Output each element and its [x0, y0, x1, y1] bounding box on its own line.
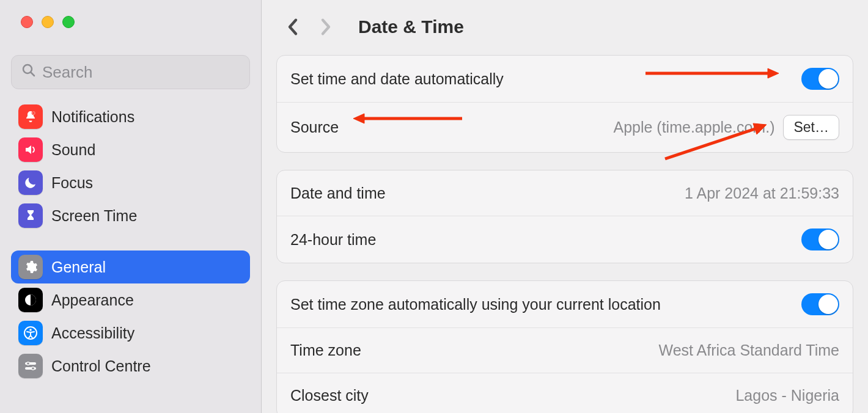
hourglass-icon [18, 203, 43, 228]
search-field[interactable] [11, 55, 250, 89]
sidebar-item-accessibility[interactable]: Accessibility [11, 316, 250, 349]
appearance-icon [18, 288, 43, 312]
nav-back-button[interactable] [281, 15, 304, 38]
card-timezone: Set time zone automatically using your c… [276, 280, 853, 413]
window-minimize-button[interactable] [42, 16, 54, 28]
row-tz-auto: Set time zone automatically using your c… [277, 281, 853, 327]
sidebar-item-focus[interactable]: Focus [11, 166, 250, 199]
sidebar-item-notifications[interactable]: Notifications [11, 100, 250, 133]
sidebar-item-label: Control Centre [51, 357, 243, 375]
content-pane: Date & Time Set time and date automatica… [262, 0, 868, 413]
speaker-icon [18, 137, 43, 162]
window-fullscreen-button[interactable] [62, 16, 75, 28]
window-controls [0, 0, 261, 28]
toggle-set-auto[interactable] [801, 68, 839, 90]
sidebar-item-label: Accessibility [51, 324, 243, 342]
row-date-time: Date and time 1 Apr 2024 at 21:59:33 [277, 170, 853, 216]
svg-point-8 [27, 362, 30, 365]
page-title: Date & Time [358, 16, 464, 37]
row-closest-city: Closest city Lagos - Nigeria [277, 373, 853, 413]
svg-point-3 [32, 112, 35, 114]
sidebar-item-general[interactable]: General [11, 250, 250, 283]
bell-badge-icon [18, 104, 43, 129]
header: Date & Time [276, 10, 853, 44]
sidebar-item-control-centre[interactable]: Control Centre [11, 349, 250, 382]
row-label: Source [290, 119, 339, 136]
sidebar-item-label: Sound [51, 141, 243, 159]
set-source-button[interactable]: Set… [783, 115, 839, 140]
source-value: Apple (time.apple.com.) [613, 119, 774, 136]
svg-line-1 [31, 72, 35, 76]
sidebar-item-sound[interactable]: Sound [11, 133, 250, 166]
date-time-value: 1 Apr 2024 at 21:59:33 [685, 185, 839, 202]
search-container [0, 28, 261, 100]
sidebar-item-screen-time[interactable]: Screen Time [11, 199, 250, 232]
sidebar: Notifications Sound Focus Screen Time [0, 0, 262, 413]
svg-point-10 [32, 367, 35, 370]
accessibility-icon [18, 321, 43, 345]
sidebar-group-1: Notifications Sound Focus Screen Time [0, 100, 261, 232]
sidebar-item-label: Focus [51, 174, 243, 192]
svg-point-6 [29, 329, 32, 331]
card-auto-set: Set time and date automatically Source A… [276, 55, 853, 153]
nav-forward-button[interactable] [314, 15, 337, 38]
row-tz: Time zone West Africa Standard Time [277, 327, 853, 373]
gear-icon [18, 255, 43, 279]
toggle-24h[interactable] [801, 228, 839, 250]
tz-value: West Africa Standard Time [659, 342, 840, 359]
row-label: Date and time [290, 185, 386, 202]
sidebar-item-appearance[interactable]: Appearance [11, 283, 250, 316]
row-label: Time zone [290, 342, 361, 359]
sidebar-group-2: General Appearance Accessibility Control… [0, 250, 261, 382]
moon-icon [18, 170, 43, 195]
row-source: Source Apple (time.apple.com.) Set… [277, 102, 853, 152]
toggle-tz-auto[interactable] [801, 293, 839, 315]
search-input[interactable] [42, 63, 240, 82]
control-centre-icon [18, 354, 43, 378]
sidebar-item-label: General [51, 258, 243, 276]
row-label: Set time zone automatically using your c… [290, 296, 661, 313]
row-label: 24-hour time [290, 231, 376, 249]
settings-window: Notifications Sound Focus Screen Time [0, 0, 868, 413]
search-icon [21, 63, 42, 82]
row-set-auto: Set time and date automatically [277, 56, 853, 102]
row-label: Set time and date automatically [290, 70, 504, 88]
card-date-format: Date and time 1 Apr 2024 at 21:59:33 24-… [276, 170, 853, 263]
sidebar-item-label: Appearance [51, 291, 243, 309]
window-close-button[interactable] [21, 16, 33, 28]
sidebar-item-label: Notifications [51, 108, 243, 126]
city-value: Lagos - Nigeria [735, 387, 839, 404]
sidebar-item-label: Screen Time [51, 207, 243, 225]
row-label: Closest city [290, 387, 369, 404]
row-24h: 24-hour time [277, 216, 853, 263]
